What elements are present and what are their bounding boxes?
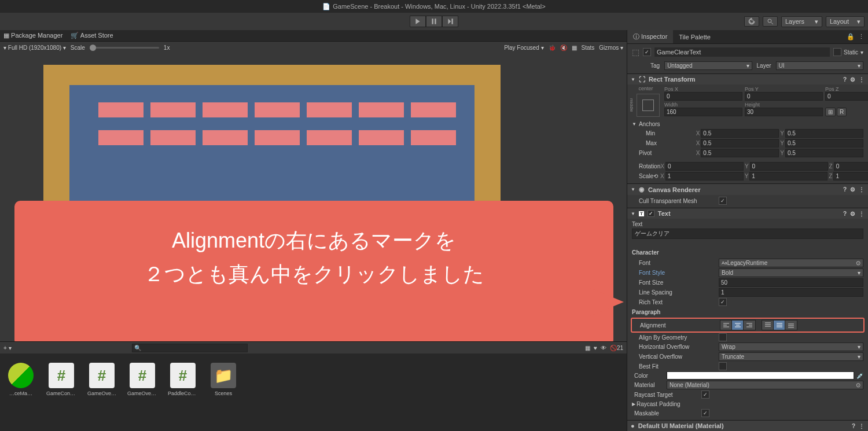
asset-item[interactable]: …ceMa… — [6, 363, 36, 396]
mute-icon[interactable]: 🔇 — [560, 45, 567, 51]
static-checkbox[interactable] — [833, 48, 841, 56]
text-content-input[interactable] — [632, 229, 863, 239]
constrain-icon[interactable]: ⟲ — [653, 173, 658, 179]
vsync-icon[interactable]: ▦ — [572, 45, 577, 51]
font-style-dropdown[interactable]: Bold▾ — [719, 268, 863, 277]
asset-item[interactable]: 📁Scenes — [208, 363, 238, 396]
default-material-header[interactable]: ● Default UI Material (Material) ?⋮ — [627, 421, 868, 431]
project-favorite-icon[interactable]: ♥ — [594, 345, 597, 351]
menu-icon[interactable]: ⋮ — [858, 33, 865, 40]
game-view[interactable]: Alignmentの右にあるマークを ２つとも真ん中をクリックしました — [0, 53, 627, 341]
scale-slider[interactable] — [90, 47, 159, 49]
v-overflow-dropdown[interactable]: Truncate▾ — [719, 352, 863, 361]
layers-dropdown[interactable]: Layers ▾ — [781, 16, 822, 27]
maskable-checkbox[interactable] — [701, 409, 709, 417]
help-icon[interactable]: ? — [852, 423, 855, 429]
raw-edit-button[interactable]: R — [837, 108, 847, 116]
anchor-max-x[interactable] — [701, 139, 779, 148]
lock-icon[interactable]: 🔒 — [847, 33, 855, 40]
rot-z[interactable] — [834, 162, 868, 171]
text-component-header[interactable]: ▼T Text ?⚙⋮ — [627, 208, 868, 219]
pivot-y[interactable] — [785, 149, 863, 157]
menu-icon[interactable]: ⋮ — [859, 76, 865, 83]
gameobject-name-input[interactable] — [654, 47, 830, 57]
help-icon[interactable]: ? — [843, 211, 847, 217]
rich-text-checkbox[interactable] — [719, 298, 727, 306]
anchor-max-y[interactable] — [785, 139, 863, 148]
tab-inspector[interactable]: ⓘ Inspector — [627, 30, 673, 43]
canvas-renderer-header[interactable]: ▼◉ Canvas Renderer ?⚙⋮ — [627, 184, 868, 195]
tab-package-manager[interactable]: ▦ Package Manager — [3, 32, 62, 39]
align-middle-button[interactable] — [774, 321, 785, 330]
material-field[interactable]: None (Material)⊙ — [667, 381, 863, 389]
debug-icon[interactable]: 🐞 — [549, 45, 556, 51]
search-button[interactable] — [763, 16, 778, 27]
line-spacing-input[interactable] — [719, 288, 863, 297]
best-fit-checkbox[interactable] — [719, 362, 727, 370]
asset-item[interactable]: #GameCont… — [46, 363, 76, 396]
asset-item[interactable]: #PaddleCon… — [168, 363, 198, 396]
cull-checkbox[interactable] — [719, 197, 727, 205]
play-button[interactable] — [410, 16, 426, 27]
rect-transform-header[interactable]: ▼⛶ Rect Transform ?⚙⋮ — [627, 74, 868, 84]
raycast-checkbox[interactable] — [701, 391, 709, 399]
anchor-min-x[interactable] — [701, 129, 779, 138]
project-add-button[interactable]: + ▾ — [3, 345, 12, 351]
width-input[interactable] — [664, 108, 742, 116]
pivot-x[interactable] — [701, 149, 779, 157]
gizmos-dropdown[interactable]: Gizmos ▾ — [599, 45, 623, 51]
align-center-button[interactable] — [732, 321, 744, 330]
align-left-button[interactable] — [720, 321, 732, 330]
posx-input[interactable] — [664, 92, 742, 101]
gameobject-icon[interactable]: ⬚ — [632, 47, 639, 57]
color-field[interactable] — [667, 371, 854, 380]
align-right-button[interactable] — [744, 321, 755, 330]
text-enabled-checkbox[interactable] — [648, 210, 654, 217]
preset-icon[interactable]: ⚙ — [850, 186, 855, 193]
layer-dropdown[interactable]: UI▾ — [776, 61, 863, 70]
anchor-preset-button[interactable]: middle — [637, 94, 660, 117]
h-overflow-dropdown[interactable]: Wrap▾ — [719, 342, 863, 351]
tab-asset-store[interactable]: 🛒 Asset Store — [71, 32, 113, 39]
step-button[interactable] — [442, 16, 458, 27]
scale-x[interactable] — [665, 172, 744, 180]
project-filter-icon[interactable]: ▦ — [585, 345, 590, 351]
help-icon[interactable]: ? — [843, 186, 847, 193]
rot-x[interactable] — [665, 162, 744, 171]
height-input[interactable] — [745, 108, 823, 116]
scale-z[interactable] — [833, 172, 868, 180]
posy-input[interactable] — [745, 92, 823, 101]
posz-input[interactable] — [825, 92, 868, 101]
project-hidden-icon[interactable]: 🚫21 — [610, 345, 623, 351]
project-search-input[interactable] — [132, 344, 248, 352]
stats-button[interactable]: Stats — [582, 45, 595, 51]
preset-icon[interactable]: ⚙ — [850, 76, 855, 83]
menu-icon[interactable]: ⋮ — [859, 211, 865, 217]
window-title: GameScene - Breakout - Windows, Mac, Lin… — [333, 3, 545, 10]
rot-y[interactable] — [750, 162, 828, 171]
blueprint-button[interactable]: ⊞ — [825, 108, 836, 116]
preset-icon[interactable]: ⚙ — [850, 211, 855, 217]
project-visibility-icon[interactable]: 👁 — [601, 345, 606, 351]
undo-history-button[interactable] — [744, 16, 759, 27]
tag-dropdown[interactable]: Untagged▾ — [664, 61, 752, 70]
align-geom-checkbox[interactable] — [719, 333, 727, 341]
active-checkbox[interactable] — [643, 48, 651, 56]
tab-tile-palette[interactable]: Tile Palette — [673, 31, 716, 43]
eyedropper-icon[interactable]: 💉 — [856, 373, 863, 379]
aspect-dropdown[interactable]: ▾ Full HD (1920x1080) ▾ — [3, 45, 66, 51]
font-size-input[interactable] — [719, 278, 863, 287]
asset-item[interactable]: #GameOver… — [127, 363, 157, 396]
scale-y[interactable] — [749, 172, 827, 180]
menu-icon[interactable]: ⋮ — [859, 423, 865, 429]
play-focused-dropdown[interactable]: Play Focused ▾ — [504, 45, 543, 51]
align-bottom-button[interactable] — [785, 321, 797, 330]
anchor-min-y[interactable] — [785, 129, 863, 138]
pause-button[interactable] — [426, 16, 442, 27]
help-icon[interactable]: ? — [843, 76, 847, 83]
font-field[interactable]: AaLegacyRuntime⊙ — [719, 259, 863, 267]
layout-dropdown[interactable]: Layout ▾ — [826, 16, 865, 27]
asset-item[interactable]: #GameOve… — [87, 363, 117, 396]
align-top-button[interactable] — [762, 321, 774, 330]
menu-icon[interactable]: ⋮ — [859, 186, 865, 193]
